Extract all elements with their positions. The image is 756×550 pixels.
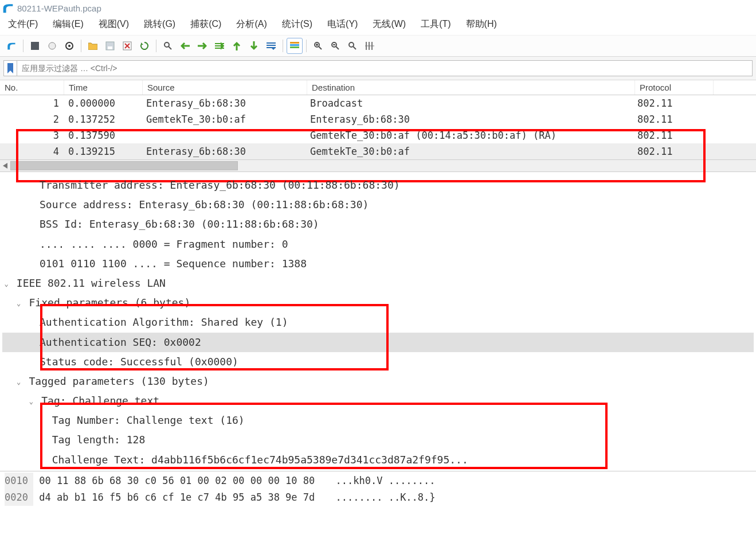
svg-rect-10 <box>290 46 299 48</box>
detail-line[interactable]: BSS Id: Enterasy_6b:68:30 (00:11:88:6b:6… <box>2 214 754 234</box>
toolbar <box>0 36 756 57</box>
find-button[interactable] <box>160 38 176 54</box>
cell-destination: Enterasy_6b:68:30 <box>305 111 633 127</box>
hex-row[interactable]: 0010 00 11 88 6b 68 30 c0 56 01 00 02 00… <box>5 473 751 489</box>
start-capture-button[interactable] <box>3 38 19 54</box>
wireshark-icon <box>2 2 14 14</box>
zoom-in-button[interactable] <box>310 38 326 54</box>
open-file-button[interactable] <box>85 38 101 54</box>
save-file-button[interactable] <box>102 38 118 54</box>
scroll-left-icon[interactable] <box>0 160 10 171</box>
detail-line[interactable]: ⌄ Tagged parameters (130 bytes) <box>2 372 754 391</box>
cell-protocol: 802.11 <box>633 95 711 111</box>
menu-wireless[interactable]: 无线(W) <box>373 18 406 30</box>
menu-file[interactable]: 文件(F) <box>8 18 38 30</box>
detail-text: IEEE 802.11 wireless LAN <box>17 277 166 289</box>
svg-rect-8 <box>290 42 299 44</box>
menu-tools[interactable]: 工具(T) <box>421 18 451 30</box>
detail-text: Challenge Text: d4abb116f5b6c6cf1ec74b95… <box>52 454 468 466</box>
chevron-down-icon[interactable]: ⌄ <box>2 278 10 291</box>
cell-protocol: 802.11 <box>633 143 711 159</box>
svg-rect-9 <box>290 44 299 46</box>
filter-bar <box>0 57 756 80</box>
cell-source <box>142 127 305 143</box>
stop-capture-button[interactable] <box>27 38 43 54</box>
cell-protocol: 802.11 <box>633 111 711 127</box>
cell-protocol: 802.11 <box>633 127 711 143</box>
column-header-no[interactable]: No. <box>0 80 64 95</box>
svg-point-7 <box>164 42 169 47</box>
horizontal-scrollbar[interactable] <box>0 159 756 171</box>
detail-line[interactable]: Challenge Text: d4abb116f5b6c6cf1ec74b95… <box>2 450 754 470</box>
menu-telephony[interactable]: 电话(Y) <box>327 18 358 30</box>
detail-line[interactable]: ⌄ IEEE 802.11 wireless LAN <box>2 274 754 293</box>
restart-capture-button[interactable] <box>44 38 60 54</box>
detail-line[interactable]: .... .... .... 0000 = Fragment number: 0 <box>2 235 754 254</box>
auto-scroll-button[interactable] <box>263 38 279 54</box>
detail-line[interactable]: Status code: Successful (0x0000) <box>2 352 754 372</box>
column-header-protocol[interactable]: Protocol <box>635 80 714 95</box>
detail-line[interactable]: ⌄ Fixed parameters (6 bytes) <box>2 293 754 313</box>
cell-destination: Broadcast <box>305 95 633 111</box>
packet-row[interactable]: 1 0.000000 Enterasy_6b:68:30 Broadcast 8… <box>0 95 756 111</box>
column-header-destination[interactable]: Destination <box>307 80 635 95</box>
menu-bar: 文件(F) 编辑(E) 视图(V) 跳转(G) 捕获(C) 分析(A) 统计(S… <box>0 15 756 36</box>
detail-line[interactable]: Transmitter address: Enterasy_6b:68:30 (… <box>2 175 754 195</box>
detail-line[interactable]: Authentication Algorithm: Shared key (1) <box>2 313 754 332</box>
menu-view[interactable]: 视图(V) <box>99 18 129 30</box>
scrollbar-thumb[interactable] <box>10 161 238 170</box>
detail-text: Status code: Successful (0x0000) <box>40 356 238 368</box>
detail-line[interactable]: Tag length: 128 <box>2 430 754 450</box>
detail-line[interactable]: Tag Number: Challenge text (16) <box>2 411 754 430</box>
zoom-out-button[interactable] <box>327 38 343 54</box>
menu-capture[interactable]: 捕获(C) <box>190 18 221 30</box>
detail-line[interactable]: Source address: Enterasy_6b:68:30 (00:11… <box>2 195 754 214</box>
go-back-button[interactable] <box>177 38 193 54</box>
menu-help[interactable]: 帮助(H) <box>466 18 497 30</box>
go-forward-button[interactable] <box>194 38 210 54</box>
chevron-down-icon[interactable]: ⌄ <box>27 395 35 408</box>
cell-source: GemtekTe_30:b0:af <box>142 111 305 127</box>
hex-ascii: ...kh0.V ........ <box>336 473 436 489</box>
chevron-down-icon[interactable]: ⌄ <box>15 297 23 310</box>
menu-edit[interactable]: 编辑(E) <box>53 18 83 30</box>
chevron-down-icon[interactable]: ⌄ <box>15 376 23 389</box>
menu-go[interactable]: 跳转(G) <box>144 18 175 30</box>
packet-list-header: No. Time Source Destination Protocol <box>0 80 756 95</box>
detail-text: Tag: Challenge text <box>41 395 159 407</box>
hex-view[interactable]: 0010 00 11 88 6b 68 30 c0 56 01 00 02 00… <box>0 471 756 507</box>
hex-offset: 0020 <box>5 489 33 506</box>
packet-details[interactable]: Transmitter address: Enterasy_6b:68:30 (… <box>0 172 756 471</box>
go-to-packet-button[interactable] <box>211 38 228 54</box>
detail-text: Authentication SEQ: 0x0002 <box>40 336 201 348</box>
reload-button[interactable] <box>136 38 152 54</box>
hex-row[interactable]: 0020 d4 ab b1 16 f5 b6 c6 cf 1e c7 4b 95… <box>5 489 751 506</box>
detail-text: Tagged parameters (130 bytes) <box>29 375 209 387</box>
zoom-reset-button[interactable] <box>344 38 361 54</box>
display-filter-input[interactable] <box>17 60 753 76</box>
packet-row[interactable]: 3 0.137590 GemtekTe_30:b0:af (00:14:a5:3… <box>0 127 756 143</box>
bookmark-icon[interactable] <box>3 60 17 76</box>
menu-analyze[interactable]: 分析(A) <box>236 18 267 30</box>
detail-line[interactable]: ⌄ Tag: Challenge text <box>2 391 754 411</box>
go-first-button[interactable] <box>229 38 245 54</box>
detail-text: Fixed parameters (6 bytes) <box>29 297 191 309</box>
column-header-time[interactable]: Time <box>64 80 143 95</box>
colorize-button[interactable] <box>287 38 303 54</box>
cell-time: 0.139215 <box>64 143 142 159</box>
cell-source: Enterasy_6b:68:30 <box>142 95 305 111</box>
close-file-button[interactable] <box>119 38 135 54</box>
svg-point-1 <box>49 42 56 49</box>
column-header-source[interactable]: Source <box>143 80 307 95</box>
packet-row[interactable]: 4 0.139215 Enterasy_6b:68:30 GemtekTe_30… <box>0 143 756 159</box>
cell-time: 0.137252 <box>64 111 142 127</box>
detail-line[interactable]: 0101 0110 1100 .... = Sequence number: 1… <box>2 254 754 274</box>
go-last-button[interactable] <box>246 38 262 54</box>
cell-no: 1 <box>0 95 64 111</box>
packet-row[interactable]: 2 0.137252 GemtekTe_30:b0:af Enterasy_6b… <box>0 111 756 127</box>
resize-columns-button[interactable] <box>362 38 378 54</box>
capture-options-button[interactable] <box>61 38 77 54</box>
detail-line[interactable]: Authentication SEQ: 0x0002 <box>2 333 754 352</box>
menu-statistics[interactable]: 统计(S) <box>282 18 312 30</box>
cell-source: Enterasy_6b:68:30 <box>142 143 305 159</box>
